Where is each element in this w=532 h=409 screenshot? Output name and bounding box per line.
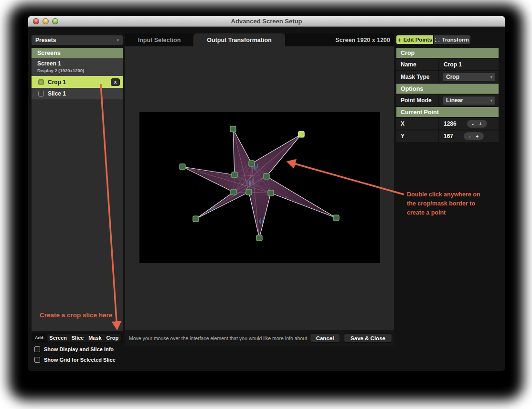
sidebar-item-slice-1[interactable]: Slice 1 <box>32 88 123 99</box>
status-bar: Move your mouse over the interface eleme… <box>125 330 394 346</box>
minus-icon[interactable]: - <box>472 121 474 127</box>
point-mode-dropdown[interactable]: Linear ▾ <box>443 97 495 105</box>
point-x-label: X <box>396 118 438 129</box>
crop-point[interactable] <box>249 161 255 166</box>
crop-point[interactable] <box>256 235 262 241</box>
main-area: Input Selection Output Transformation Sc… <box>125 33 394 346</box>
add-crop-button[interactable]: Crop <box>105 335 119 341</box>
minimize-window-icon[interactable] <box>43 18 49 24</box>
screens-list-empty-area <box>32 99 123 331</box>
point-x-row: X 1286 - + <box>396 118 499 129</box>
point-y-row: Y 167 - + <box>396 130 499 142</box>
crop-point[interactable] <box>268 190 274 196</box>
mask-type-cell: Crop ▾ <box>439 71 499 83</box>
sidebar-item-screen-1[interactable]: Screen 1 Display 2 (1920x1200) <box>32 58 123 76</box>
point-x-stepper[interactable]: - + <box>467 120 487 128</box>
point-mode-label: Point Mode <box>396 95 438 106</box>
window-title: Advanced Screen Setup <box>231 18 302 25</box>
show-display-info-label: Show Display and Slice Info <box>44 346 114 352</box>
name-value[interactable]: Crop 1 <box>439 59 499 70</box>
screen-name: Screen 1 <box>37 60 123 67</box>
crop-point[interactable] <box>264 173 269 179</box>
inspector-panel: + Edit Points Transform Crop Name Crop 1… <box>396 35 499 143</box>
output-canvas[interactable] <box>125 46 394 330</box>
add-toolbar: Add: Screen Slice Mask Crop <box>32 333 123 343</box>
point-y-stepper[interactable]: - + <box>464 132 484 140</box>
title-bar[interactable]: Advanced Screen Setup <box>28 16 505 27</box>
screen-preview[interactable] <box>139 112 380 263</box>
edit-points-label: Edit Points <box>404 37 432 43</box>
presets-dropdown[interactable]: Presets ▾ <box>32 35 123 45</box>
crop-point-selected[interactable] <box>298 131 304 137</box>
marquee-selection-icon <box>435 38 439 42</box>
point-x-value[interactable]: 1286 <box>444 120 457 127</box>
transform-button[interactable]: Transform <box>434 35 470 44</box>
name-label: Name <box>396 59 438 70</box>
point-mode-cell: Linear ▾ <box>439 95 499 106</box>
crop-point[interactable] <box>180 164 185 170</box>
tab-bar: Input Selection Output Transformation Sc… <box>125 33 394 46</box>
crop-point[interactable] <box>333 215 339 221</box>
crop-shape-editor[interactable] <box>139 112 380 263</box>
close-window-icon[interactable] <box>33 18 39 24</box>
save-close-button[interactable]: Save & Close <box>344 334 392 343</box>
point-mode-value: Linear <box>446 97 463 104</box>
traffic-lights <box>33 18 58 24</box>
transform-label: Transform <box>442 37 468 43</box>
current-point-section-header: Current Point <box>396 107 499 117</box>
mask-type-label: Mask Type <box>396 71 438 83</box>
tab-input-selection[interactable]: Input Selection <box>125 33 193 46</box>
mode-buttons: + Edit Points Transform <box>396 35 470 44</box>
status-message: Move your mouse over the interface eleme… <box>129 335 309 341</box>
screen-resolution-label: Screen 1920 x 1200 <box>335 33 390 46</box>
crop-visibility-checkbox[interactable] <box>38 79 44 85</box>
slice-visibility-checkbox[interactable] <box>38 91 44 97</box>
add-slice-button[interactable]: Slice <box>71 335 85 341</box>
point-y-label: Y <box>396 130 438 142</box>
point-y-value[interactable]: 167 <box>444 133 453 140</box>
chevron-down-icon: ▾ <box>490 98 492 103</box>
sidebar-item-crop-1[interactable]: Crop 1 x <box>32 76 123 88</box>
plus-icon[interactable]: + <box>476 134 479 139</box>
crop-point[interactable] <box>232 172 237 178</box>
edit-points-button[interactable]: + Edit Points <box>396 35 433 44</box>
mask-type-value: Crop <box>446 74 459 80</box>
slice-item-label: Slice 1 <box>48 90 66 97</box>
point-x-cell: 1286 - + <box>439 118 499 129</box>
crop-point[interactable] <box>193 216 199 222</box>
cancel-button[interactable]: Cancel <box>310 334 340 343</box>
show-display-info-checkbox[interactable] <box>34 346 40 352</box>
crop-point[interactable] <box>246 189 252 195</box>
add-screen-button[interactable]: Screen <box>48 335 68 341</box>
tab-output-transformation[interactable]: Output Transformation <box>193 33 285 46</box>
show-grid-row[interactable]: Show Grid for Selected Slice <box>34 356 144 364</box>
add-label: Add: <box>35 335 45 340</box>
name-row: Name Crop 1 <box>396 59 499 70</box>
point-y-cell: 167 - + <box>439 130 499 142</box>
point-mode-row: Point Mode Linear ▾ <box>396 95 499 106</box>
plus-icon[interactable]: + <box>479 121 482 127</box>
show-display-info-row[interactable]: Show Display and Slice Info <box>34 345 144 353</box>
minus-icon[interactable]: - <box>469 134 470 139</box>
chevron-down-icon: ▾ <box>490 75 492 79</box>
delete-crop-button[interactable]: x <box>111 78 120 86</box>
options-section-header: Options <box>396 84 499 94</box>
add-buttons-group: Screen Slice Mask Crop <box>47 334 121 342</box>
crop-item-label: Crop 1 <box>48 79 66 86</box>
chevron-down-icon: ▾ <box>117 38 119 43</box>
crop-point[interactable] <box>231 189 236 195</box>
mask-type-dropdown[interactable]: Crop ▾ <box>443 73 495 81</box>
show-grid-label: Show Grid for Selected Slice <box>44 357 116 363</box>
crop-point[interactable] <box>230 126 236 132</box>
mask-type-row: Mask Type Crop ▾ <box>396 71 499 83</box>
app-window: Advanced Screen Setup Presets ▾ Screens … <box>28 16 505 371</box>
plus-icon: + <box>397 36 401 43</box>
screen-display-info: Display 2 (1920x1200) <box>37 68 123 73</box>
zoom-window-icon[interactable] <box>52 18 58 24</box>
screens-header: Screens <box>32 48 123 58</box>
show-grid-checkbox[interactable] <box>34 357 40 363</box>
presets-label: Presets <box>35 37 56 43</box>
add-mask-button[interactable]: Mask <box>87 335 103 341</box>
crop-section-header: Crop <box>396 48 499 58</box>
